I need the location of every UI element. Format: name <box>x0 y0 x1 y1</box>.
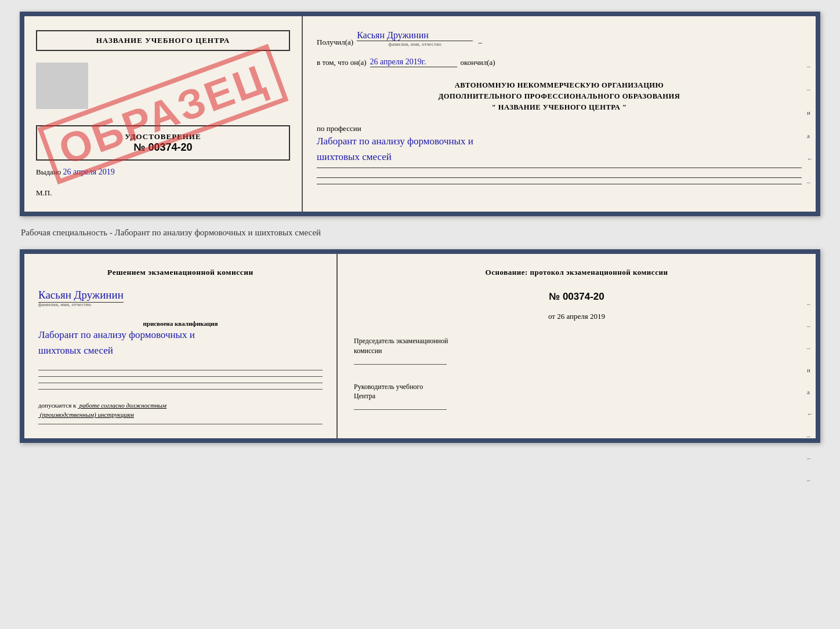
osnov-text: Основание: протокол экзаменационной коми… <box>354 268 799 277</box>
school-title: НАЗВАНИЕ УЧЕБНОГО ЦЕНТРА <box>36 30 290 51</box>
org-block: АВТОНОМНУЮ НЕКОММЕРЧЕСКУЮ ОРГАНИЗАЦИЮ ДО… <box>317 80 802 112</box>
qualification-hw: Лаборант по анализу формовочных ишихтовы… <box>38 327 323 358</box>
name-block: Касьян Дружинин фамилия, имя, отчество <box>38 289 323 307</box>
br-char-5: а <box>807 388 813 395</box>
seal-placeholder <box>36 63 88 109</box>
director-sig-line <box>354 409 447 410</box>
br-char-1: – <box>807 300 813 307</box>
h-line-bottom <box>38 424 323 424</box>
issued-prefix: Выдано <box>36 168 61 176</box>
cert-number: № 00374-20 <box>43 141 283 154</box>
right-char-1: – <box>807 63 813 70</box>
h-line-4 <box>38 389 323 390</box>
protocol-number: № 00374-20 <box>354 291 799 303</box>
br-right-chars: – – – и а ← – – – <box>807 300 813 483</box>
underline2 <box>317 177 802 178</box>
received-prefix: Получил(а) <box>317 38 353 47</box>
dash: – <box>476 38 482 47</box>
right-char-5: ← <box>807 155 813 162</box>
br-char-6: ← <box>807 410 813 417</box>
fact-suffix: окончил(а) <box>461 58 495 67</box>
director-title: Руководитель учебногоЦентра <box>354 382 799 402</box>
chairman-sig-line <box>354 364 447 365</box>
mp-line: М.П. <box>36 188 290 198</box>
received-name: Касьян Дружинин <box>357 30 473 41</box>
fact-prefix: в том, что он(а) <box>317 58 367 67</box>
org-line2: ДОПОЛНИТЕЛЬНОГО ПРОФЕССИОНАЛЬНОГО ОБРАЗО… <box>317 91 802 102</box>
director-block: Руководитель учебногоЦентра <box>354 382 799 410</box>
right-char-4: а <box>807 132 813 139</box>
fact-line: в том, что он(а) 26 апреля 2019г. окончи… <box>317 57 802 67</box>
date-value: 26 апреля 2019 <box>557 312 605 321</box>
profession-block: по профессии Лаборант по анализу формово… <box>317 124 802 186</box>
chairman-title: Председатель экзаменационнойкомиссии <box>354 336 799 356</box>
br-char-3: – <box>807 344 813 351</box>
issued-line: Выдано 26 апреля 2019 <box>36 168 290 177</box>
commission-text: Решением экзаменационной комиссии <box>38 268 323 277</box>
qualification-label: присвоена квалификация <box>38 320 323 327</box>
допуск-block: допускается к работе согласно должностны… <box>38 401 323 419</box>
specialty-line: Рабочая специальность - Лаборант по анал… <box>12 226 330 240</box>
bottom-left-panel: Решением экзаменационной комиссии Касьян… <box>24 254 338 438</box>
bottom-certificate-card: Решением экзаменационной комиссии Касьян… <box>20 249 820 443</box>
right-char-6: – <box>807 179 813 186</box>
underline1 <box>317 168 802 168</box>
name-hw: Касьян Дружинин <box>38 289 124 303</box>
protocol-date: от 26 апреля 2019 <box>354 312 799 321</box>
right-char-3: и <box>807 109 813 116</box>
org-quote: " НАЗВАНИЕ УЧЕБНОГО ЦЕНТРА " <box>317 102 802 113</box>
name-sublabel-bottom: фамилия, имя, отчество <box>38 301 323 307</box>
cert-right-panel: Получил(а) Касьян Дружинин фамилия, имя,… <box>303 16 816 212</box>
underline3 <box>317 184 802 184</box>
h-line-1 <box>38 370 323 370</box>
br-char-8: – <box>807 455 813 461</box>
lines-block <box>38 370 323 390</box>
cert-left-panel: НАЗВАНИЕ УЧЕБНОГО ЦЕНТРА УДОСТОВЕРЕНИЕ №… <box>24 16 303 212</box>
bottom-right-panel: Основание: протокол экзаменационной коми… <box>338 254 816 438</box>
br-char-2: – <box>807 322 813 329</box>
h-line-2 <box>38 376 323 377</box>
right-char-2: – <box>807 86 813 93</box>
cert-number-box: УДОСТОВЕРЕНИЕ № 00374-20 <box>36 125 290 161</box>
qualification-block: присвоена квалификация Лаборант по анали… <box>38 320 323 358</box>
profession-prefix: по профессии <box>317 124 802 133</box>
допуск-prefix: допускается к <box>38 402 76 409</box>
received-line: Получил(а) Касьян Дружинин фамилия, имя,… <box>317 30 802 47</box>
name-sublabel: фамилия, имя, отчество <box>389 41 441 47</box>
br-char-4: и <box>807 366 813 373</box>
br-char-9: – <box>807 477 813 483</box>
profession-handwritten: Лаборант по анализу формовочных ишихтовы… <box>317 133 802 165</box>
cert-label: УДОСТОВЕРЕНИЕ <box>43 132 283 141</box>
date-prefix: от <box>548 312 555 321</box>
fact-date: 26 апреля 2019г. <box>370 57 457 67</box>
br-char-7: – <box>807 432 813 439</box>
chairman-block: Председатель экзаменационнойкомиссии <box>354 336 799 365</box>
h-line-3 <box>38 383 323 383</box>
org-line1: АВТОНОМНУЮ НЕКОММЕРЧЕСКУЮ ОРГАНИЗАЦИЮ <box>317 80 802 91</box>
right-chars: – – и а ← – <box>807 63 813 186</box>
top-certificate-card: НАЗВАНИЕ УЧЕБНОГО ЦЕНТРА УДОСТОВЕРЕНИЕ №… <box>20 12 820 216</box>
issued-date: 26 апреля 2019 <box>63 168 115 176</box>
